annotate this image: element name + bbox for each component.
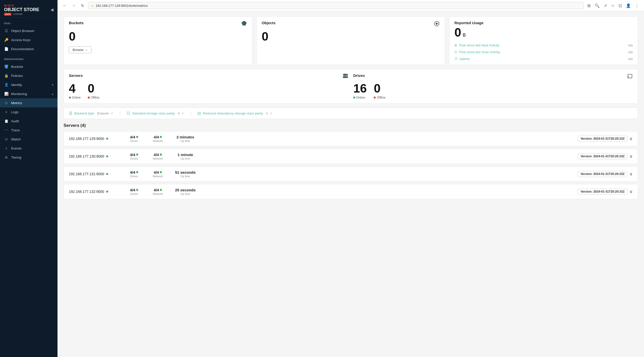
split-view-button[interactable]: ⊡	[618, 3, 623, 9]
usage-stat-uptime: ⏱ Uptime n/a	[454, 57, 633, 61]
server-card-2: 192.168.177.130:9000 4/4 Drives 4/4 Net	[64, 149, 638, 164]
server-3-expand-button[interactable]: ∨	[629, 171, 633, 177]
objects-icon	[434, 21, 440, 28]
sidebar: MINIO OBJECT STORE AGPL LICENSE ◀ User ☰…	[0, 0, 57, 357]
storage-divider-2: |	[190, 111, 191, 115]
server-4-expand-button[interactable]: ∨	[629, 189, 633, 194]
drives-section: Drives 16 Online	[353, 73, 633, 99]
sidebar-item-documentation[interactable]: 📄 Documentation	[0, 44, 57, 53]
policies-icon: 🔒	[4, 73, 9, 78]
standard-parity-check: ✓	[182, 111, 184, 115]
drives-online-label-row: Online	[353, 96, 367, 99]
drives-offline-label-row: Offline	[374, 96, 385, 99]
sidebar-item-label: Identity	[11, 83, 49, 87]
sidebar-item-object-browser[interactable]: ☰ Object Browser	[0, 26, 57, 35]
heal-icon: ⊗	[454, 43, 457, 47]
server-1-network-label: Network	[153, 139, 163, 142]
sidebar-item-tiering[interactable]: ⊗ Tiering	[0, 153, 57, 162]
server-2-version-val: 2024-01-31T20:20:33Z	[593, 155, 625, 158]
identity-icon: 👤	[4, 82, 9, 87]
back-button[interactable]: ←	[62, 3, 68, 8]
online-dot	[69, 97, 71, 99]
standard-parity-label: Standard storage class parity	[132, 111, 174, 115]
logs-icon: ≡	[4, 110, 9, 114]
sidebar-item-trace[interactable]: 〰 Trace	[0, 126, 57, 135]
usage-stat-scan: ⊙ Time since last Scan Activity n/a	[454, 50, 633, 54]
logo-text: MINIO OBJECT STORE AGPL LICENSE	[4, 4, 39, 15]
reduced-parity-check: ✓	[270, 111, 273, 115]
sidebar-item-buckets[interactable]: 🪣 Buckets	[0, 62, 57, 71]
buckets-value: 0	[69, 30, 247, 43]
access-keys-icon: 🔑	[4, 38, 9, 42]
sidebar-item-events[interactable]: λ Events	[0, 144, 57, 153]
bookmark-button[interactable]: ☆	[610, 3, 616, 9]
servers-online-value: 4	[69, 82, 81, 95]
events-icon: λ	[4, 146, 9, 151]
sidebar-item-monitoring[interactable]: 📊 Monitoring ▴	[0, 89, 57, 98]
user-button[interactable]: 👤	[625, 3, 632, 9]
server-1-network: 4/4 Network	[149, 135, 167, 142]
server-1-uptime: 2 minutes Up time	[173, 135, 198, 142]
reported-usage-value: 0	[454, 26, 461, 39]
refresh-button[interactable]: ↻	[80, 3, 85, 9]
watch-icon: ⊙	[4, 137, 9, 141]
share-button[interactable]: ↗	[603, 3, 608, 9]
server-3-network: 4/4 Network	[149, 170, 167, 178]
server-1-network-top: 4/4	[154, 135, 162, 139]
server-3-addr: 192.168.177.131:9000	[69, 172, 119, 176]
server-2-drives-top: 4/4	[130, 153, 138, 157]
sidebar-item-watch[interactable]: ⊙ Watch	[0, 135, 57, 144]
server-4-drives-label: Drives	[130, 192, 138, 195]
servers-section-title: Servers	[69, 73, 83, 78]
server-2-drives-label: Drives	[130, 157, 138, 160]
tiering-icon: ⊗	[4, 155, 9, 160]
server-3-status-dot	[106, 173, 108, 175]
server-2-expand-button[interactable]: ∨	[629, 154, 633, 159]
sidebar-item-policies[interactable]: 🔒 Policies	[0, 71, 57, 80]
sidebar-item-label: Tiering	[11, 156, 53, 159]
sidebar-item-label: Metrics	[11, 101, 53, 105]
server-4-drives-dot	[136, 189, 138, 191]
browse-button[interactable]: Browse →	[69, 46, 92, 53]
backend-type-value: Erasure	[97, 111, 109, 115]
heal-label: ⊗ Time since last Heal Activity	[454, 43, 499, 47]
server-3-drives: 4/4 Drives	[125, 170, 143, 178]
sidebar-item-metrics[interactable]: ⊙ Metrics	[0, 98, 57, 107]
url-bar[interactable]: ⚠ 192.168.177.129:9001/tools/metrics	[88, 2, 584, 9]
logo-license-text: LICENSE	[13, 13, 23, 15]
server-1-drives: 4/4 Drives	[125, 135, 143, 142]
server-1-uptime-label: Up time	[181, 139, 190, 142]
drives-numbers: 16 Online 0 Offline	[353, 82, 633, 99]
main-area: ← → ↻ ⚠ 192.168.177.129:9001/tools/metri…	[57, 0, 644, 357]
server-4-network-label: Network	[153, 192, 163, 195]
logo-license: AGPL LICENSE	[4, 13, 39, 15]
servers-list-title: Servers (4)	[64, 123, 638, 128]
sidebar-collapse-button[interactable]: ◀	[50, 7, 53, 12]
version-prefix-4: Version:	[580, 190, 593, 193]
version-prefix: Version:	[580, 137, 593, 140]
server-1-addr: 192.168.177.129:9000	[69, 137, 119, 141]
reduced-parity-item: ⊟ Reduced redundancy storage class parit…	[197, 111, 273, 116]
reported-usage-stats: ⊗ Time since last Heal Activity n/a ⊙ Ti…	[454, 43, 633, 61]
drives-offline-label: Offline	[377, 96, 385, 99]
sidebar-item-access-keys[interactable]: 🔑 Access Keys	[0, 35, 57, 44]
sidebar-item-logs[interactable]: ≡ Logs	[0, 107, 57, 116]
uptime-value: n/a	[628, 57, 633, 61]
server-4-uptime: 25 seconds Up time	[173, 188, 198, 195]
logo-product: OBJECT STORE	[4, 7, 39, 12]
server-card-4: 192.168.177.132:9000 4/4 Drives 4/4 Net	[64, 184, 638, 199]
translate-button[interactable]: ⊞	[586, 3, 592, 9]
forward-button[interactable]: →	[71, 3, 77, 8]
version-prefix-2: Version:	[580, 155, 593, 158]
servers-online-stat: 4 Online	[69, 82, 81, 99]
sidebar-item-label: Monitoring	[11, 92, 49, 96]
sidebar-item-label: Trace	[11, 128, 53, 132]
sidebar-item-audit[interactable]: 📋 Audit	[0, 116, 57, 126]
logo-brand: MINIO	[4, 4, 39, 7]
sidebar-logo: MINIO OBJECT STORE AGPL LICENSE ◀	[0, 0, 57, 18]
search-button[interactable]: 🔍	[594, 3, 601, 9]
sidebar-item-identity[interactable]: 👤 Identity ▾	[0, 80, 57, 89]
servers-numbers: 4 Online 0 Offline	[69, 82, 348, 99]
server-1-expand-button[interactable]: ∨	[629, 136, 633, 141]
menu-button[interactable]: ⋮	[634, 3, 640, 9]
